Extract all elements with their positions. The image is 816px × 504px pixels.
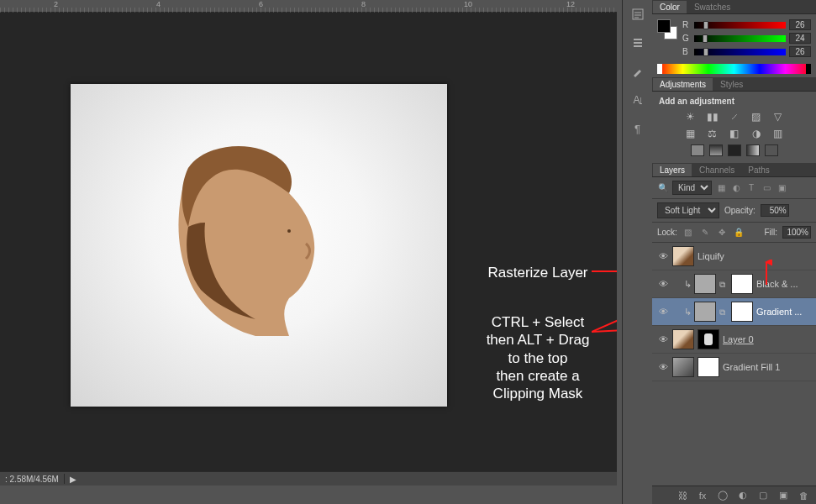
tab-adjustments[interactable]: Adjustments [652,77,713,91]
filter-smart-icon[interactable]: ▣ [776,182,787,194]
layer-name[interactable]: Black & ... [756,279,798,289]
brush-panel-icon[interactable] [626,62,650,81]
layer-name[interactable]: Gradient Fill 1 [723,362,780,372]
properties-panel-icon[interactable] [626,34,650,52]
link-icon: ⧉ [719,280,728,288]
fill-input[interactable] [782,226,811,239]
filter-adj-icon[interactable]: ◐ [730,182,742,194]
status-play-icon[interactable]: ▶ [70,475,76,484]
lock-pixels-icon[interactable]: ✎ [699,227,711,239]
ruler-mark: 6 [259,0,263,8]
new-layer-icon[interactable]: ▣ [777,490,789,501]
layer-thumbnail[interactable] [694,302,716,322]
layer-list[interactable]: 👁Liquify👁↳⧉Black & ...👁↳⧉Gradient ...👁La… [652,243,816,486]
layer-thumbnail[interactable] [672,329,694,349]
status-doc-size: : 2.58M/4.56M [5,475,59,484]
layer-row[interactable]: 👁Layer 0 [652,326,816,354]
channel-label-b: B [682,47,691,56]
threshold-icon[interactable] [728,144,741,156]
channel-mixer-icon[interactable]: ▥ [771,128,786,139]
exposure-icon[interactable]: ▨ [749,111,764,123]
visibility-icon[interactable]: 👁 [657,250,669,262]
layer-mask-thumbnail[interactable] [731,302,753,322]
layer-name[interactable]: Layer 0 [723,334,754,344]
gradient-map-icon[interactable] [746,144,760,156]
ruler-mark: 4 [156,0,161,8]
selective-color-icon[interactable] [765,144,778,156]
value-g[interactable] [789,33,811,44]
canvas-area[interactable]: Rasterize Layer CTRL + Select then ALT +… [0,13,617,481]
ruler-mark: 8 [361,0,366,8]
filter-type-icon[interactable]: T [745,182,757,194]
slider-b[interactable] [694,49,786,55]
annotation-instruction: CTRL + Select then ALT + Drag to the top… [466,313,609,402]
photo-filter-icon[interactable]: ◑ [749,128,764,139]
tab-swatches[interactable]: Swatches [687,1,737,13]
tab-color[interactable]: Color [652,0,687,13]
invert-icon[interactable] [691,144,704,156]
layer-name[interactable]: Liquify [698,251,724,261]
character-panel-icon[interactable]: A| [626,91,650,109]
ruler-mark: 2 [54,0,58,8]
foreground-background-swatch[interactable] [657,19,677,39]
filter-kind-select[interactable]: Kind [672,181,712,195]
layer-mask-thumbnail[interactable] [698,329,719,349]
layers-panel: Layers Channels Paths 🔍 Kind ▦ ◐ T ▭ ▣ S… [652,163,816,504]
tab-channels[interactable]: Channels [692,164,741,176]
subject-image [155,134,340,353]
tab-styles[interactable]: Styles [713,78,750,91]
filter-shape-icon[interactable]: ▭ [761,182,772,194]
blend-mode-select[interactable]: Soft Light [657,202,719,218]
ruler-mark: 10 [464,0,472,8]
layer-mask-thumbnail[interactable] [698,357,719,377]
lock-position-icon[interactable]: ✥ [716,227,728,239]
layer-thumbnail[interactable] [672,357,694,377]
layer-row[interactable]: 👁Liquify [652,243,816,270]
layer-name[interactable]: Gradient ... [756,307,802,317]
hue-icon[interactable]: ▦ [683,128,698,139]
value-r[interactable] [789,19,811,30]
visibility-icon[interactable]: 👁 [657,333,669,345]
fx-icon[interactable]: fx [697,490,708,501]
visibility-icon[interactable]: 👁 [657,278,669,290]
layer-thumbnail[interactable] [672,246,694,266]
paragraph-panel-icon[interactable]: ¶ [626,119,650,138]
mask-icon[interactable]: ◯ [717,490,729,501]
lock-transparent-icon[interactable]: ▨ [682,227,694,239]
slider-r[interactable] [694,22,786,29]
opacity-input[interactable] [761,204,789,217]
layer-row[interactable]: 👁↳⧉Gradient ... [652,298,816,326]
group-icon[interactable]: ▢ [757,490,769,501]
levels-icon[interactable]: ▮▮ [705,111,720,123]
clip-indicator-icon: ↳ [684,279,691,290]
link-icon: ⧉ [719,307,728,316]
layer-row[interactable]: 👁Gradient Fill 1 [652,354,816,381]
filter-search-icon[interactable]: 🔍 [657,182,669,194]
bw-icon[interactable]: ◧ [727,128,742,139]
color-spectrum[interactable] [657,64,811,74]
tab-paths[interactable]: Paths [741,164,777,176]
link-layers-icon[interactable]: ⛓ [676,490,688,501]
posterize-icon[interactable] [709,144,723,156]
annotation-rasterize: Rasterize Layer [466,265,609,281]
document-canvas[interactable] [71,84,447,407]
visibility-icon[interactable]: 👁 [657,361,669,373]
brightness-icon[interactable]: ☀ [683,111,698,123]
value-b[interactable] [789,46,811,57]
adjustment-layer-icon[interactable]: ◐ [737,490,749,501]
ruler-horizontal: 2 4 6 8 10 12 [0,0,617,13]
balance-icon[interactable]: ⚖ [705,128,720,139]
visibility-icon[interactable]: 👁 [657,306,669,318]
layer-row[interactable]: 👁↳⧉Black & ... [652,270,816,298]
layer-mask-thumbnail[interactable] [731,274,753,294]
tab-layers[interactable]: Layers [652,163,692,176]
slider-g[interactable] [694,35,786,42]
history-panel-icon[interactable] [626,5,650,24]
vibrance-icon[interactable]: ▽ [771,111,786,123]
layer-thumbnail[interactable] [694,274,716,294]
delete-layer-icon[interactable]: 🗑 [798,490,809,501]
status-bar: : 2.58M/4.56M ▶ [0,471,617,486]
curves-icon[interactable]: ⟋ [727,111,742,123]
lock-all-icon[interactable]: 🔒 [733,227,745,239]
filter-pixel-icon[interactable]: ▦ [715,182,727,194]
